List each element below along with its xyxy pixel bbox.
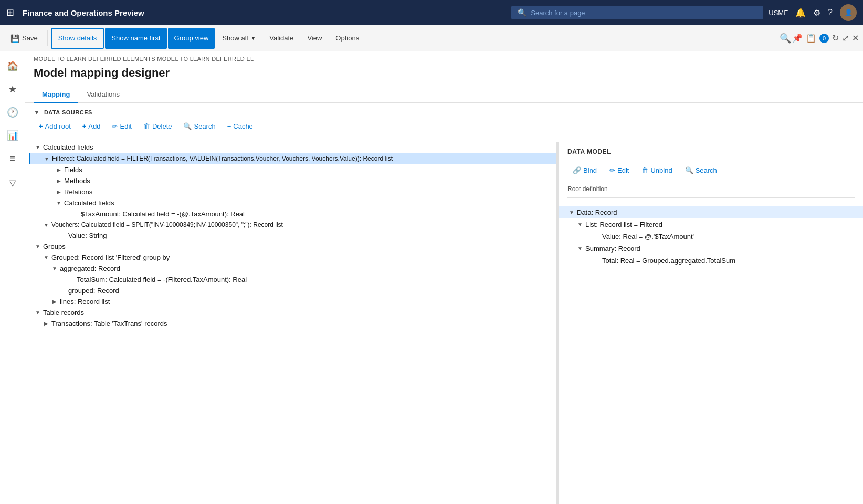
show-all-button[interactable]: Show all ▼	[216, 28, 262, 49]
tree-and-panel: ▼ Calculated fields ▼ Filtered: Calculat…	[25, 142, 863, 504]
dm-toggle-data-record[interactable]: ▼	[567, 209, 576, 215]
dm-label-total: Total: Real = Grouped.aggregated.TotalSu…	[601, 257, 735, 265]
tree-item-calc-fields-nested[interactable]: ▼ Calculated fields	[29, 197, 556, 208]
sidebar-recent-icon[interactable]: 🕐	[2, 102, 23, 123]
save-button[interactable]: 💾 Save	[4, 28, 44, 49]
tab-validations[interactable]: Validations	[78, 86, 128, 103]
validate-button[interactable]: Validate	[263, 28, 300, 49]
toolbar-close-icon[interactable]: ✕	[852, 33, 859, 43]
tree-item-groups[interactable]: ▼ Groups	[29, 241, 556, 252]
cache-button[interactable]: + Cache	[222, 120, 258, 132]
view-button[interactable]: View	[301, 28, 328, 49]
show-name-first-button[interactable]: Show name first	[105, 28, 166, 49]
tree-item-value-string[interactable]: Value: String	[29, 230, 556, 241]
toggle-methods[interactable]: ▶	[55, 178, 63, 184]
data-model-panel: DATA MODEL 🔗 Bind ✏ Edit 🗑 Unbind	[559, 142, 863, 504]
tree-item-table-records[interactable]: ▼ Table records	[29, 307, 556, 318]
toggle-calc-nested[interactable]: ▼	[55, 200, 63, 206]
toggle-aggregated[interactable]: ▼	[50, 266, 59, 271]
user-company: USMF	[769, 9, 788, 17]
sidebar-home-icon[interactable]: 🏠	[2, 56, 23, 77]
ds-collapse-btn[interactable]: ▼	[34, 109, 40, 116]
toggle-table-records[interactable]: ▼	[34, 310, 42, 316]
toggle-relations[interactable]: ▶	[55, 189, 63, 195]
group-view-button[interactable]: Group view	[168, 28, 215, 49]
toggle-lines[interactable]: ▶	[50, 299, 59, 304]
dm-tree-item-total[interactable]: Total: Real = Grouped.aggregated.TotalSu…	[559, 255, 863, 267]
ds-toolbar: + Add root + Add ✏ Edit 🗑 Delete 🔍 S	[34, 120, 855, 132]
topbar: ⊞ Finance and Operations Preview 🔍 Searc…	[0, 0, 863, 25]
options-button[interactable]: Options	[329, 28, 365, 49]
dm-toggle-list[interactable]: ▼	[576, 222, 584, 227]
tree-item-grouped-record[interactable]: grouped: Record	[29, 285, 556, 296]
show-details-button[interactable]: Show details	[51, 28, 104, 49]
dm-edit-button[interactable]: ✏ Edit	[604, 164, 634, 176]
toggle-filtered[interactable]: ▼	[43, 156, 51, 162]
tree-label-fields: Fields	[63, 166, 82, 174]
tree-item-methods[interactable]: ▶ Methods	[29, 175, 556, 186]
unbind-button[interactable]: 🗑 Unbind	[636, 164, 677, 176]
dm-tree-item-data-record[interactable]: ▼ Data: Record	[559, 206, 863, 218]
toolbar-pin-icon[interactable]: 📌	[792, 33, 803, 43]
tree-item-lines[interactable]: ▶ lines: Record list	[29, 296, 556, 307]
tree-item-calculated-fields-root[interactable]: ▼ Calculated fields	[29, 142, 556, 153]
toggle-transactions[interactable]: ▶	[42, 321, 50, 327]
sidebar-workspaces-icon[interactable]: 📊	[2, 125, 23, 146]
tree-item-fields[interactable]: ▶ Fields	[29, 164, 556, 175]
dm-search-button[interactable]: 🔍 Search	[680, 164, 722, 176]
save-icon: 💾	[10, 34, 19, 43]
toolbar-refresh-icon[interactable]: ↻	[832, 33, 839, 43]
sidebar-filter-icon[interactable]: ≡	[2, 148, 23, 169]
toggle-grouped[interactable]: ▼	[42, 255, 50, 260]
tree-item-aggregated[interactable]: ▼ aggregated: Record	[29, 263, 556, 274]
chevron-down-icon: ▼	[250, 35, 256, 41]
delete-button[interactable]: 🗑 Delete	[138, 120, 177, 132]
tree-label-calc-nested: Calculated fields	[63, 199, 114, 207]
dm-tree-item-summary[interactable]: ▼ Summary: Record	[559, 243, 863, 255]
tree-label-calculated-fields-root: Calculated fields	[42, 143, 93, 151]
dm-tree-item-list[interactable]: ▼ List: Record list = Filtered	[559, 218, 863, 230]
tree-item-relations[interactable]: ▶ Relations	[29, 186, 556, 197]
edit-pencil-icon: ✏	[112, 122, 118, 130]
unbind-icon: 🗑	[641, 166, 648, 174]
tree-label-relations: Relations	[63, 188, 92, 196]
tree-label-lines: lines: Record list	[59, 298, 110, 306]
tree-label-table-records: Table records	[42, 309, 84, 317]
notification-icon[interactable]: 🔔	[795, 8, 806, 18]
tree-item-filtered[interactable]: ▼ Filtered: Calculated field = FILTER(Tr…	[29, 153, 556, 164]
search-placeholder: Search for a page	[531, 9, 585, 17]
dm-toggle-summary[interactable]: ▼	[576, 246, 584, 251]
dm-tree-item-value-real[interactable]: Value: Real = @.'$TaxAmount'	[559, 230, 863, 243]
dm-search-icon: 🔍	[685, 166, 693, 174]
toggle-vouchers[interactable]: ▼	[42, 222, 50, 228]
add-button[interactable]: + Add	[77, 120, 106, 132]
tab-mapping[interactable]: Mapping	[34, 86, 78, 103]
avatar[interactable]: 👤	[840, 4, 857, 21]
grid-icon[interactable]: ⊞	[6, 7, 14, 18]
toolbar-search-icon[interactable]: 🔍	[780, 33, 791, 44]
toggle-groups[interactable]: ▼	[34, 244, 42, 249]
toolbar-expand-icon[interactable]: ⤢	[842, 33, 849, 43]
toggle-fields[interactable]: ▶	[55, 167, 63, 173]
sidebar-favorites-icon[interactable]: ★	[2, 79, 23, 100]
sidebar-filter2-icon[interactable]: ▽	[2, 171, 23, 192]
bind-button[interactable]: 🔗 Bind	[567, 164, 602, 176]
global-search[interactable]: 🔍 Search for a page	[511, 6, 763, 19]
toolbar-separator-1	[47, 30, 48, 46]
help-icon[interactable]: ?	[828, 8, 833, 17]
tree-item-transactions[interactable]: ▶ Transactions: Table 'TaxTrans' records	[29, 318, 556, 329]
toolbar-copy-icon[interactable]: 📋	[806, 33, 816, 43]
tree-item-grouped[interactable]: ▼ Grouped: Record list 'Filtered' group …	[29, 252, 556, 263]
toolbar-badge: 0	[819, 34, 829, 43]
search-button[interactable]: 🔍 Search	[178, 120, 220, 132]
edit-button[interactable]: ✏ Edit	[107, 120, 136, 132]
data-model-toolbar: 🔗 Bind ✏ Edit 🗑 Unbind 🔍 Search	[559, 160, 863, 181]
add-root-button[interactable]: + Add root	[34, 120, 76, 132]
toggle-calculated-fields-root[interactable]: ▼	[34, 144, 42, 150]
tree-item-taxamount[interactable]: $TaxAmount: Calculated field = -(@.TaxAm…	[29, 208, 556, 219]
tree-label-filtered: Filtered: Calculated field = FILTER(Tran…	[51, 155, 393, 162]
settings-icon[interactable]: ⚙	[813, 8, 820, 18]
root-definition-label: Root definition	[559, 181, 863, 197]
tree-item-totalsum[interactable]: TotalSum: Calculated field = -(Filtered.…	[29, 274, 556, 285]
tree-item-vouchers[interactable]: ▼ Vouchers: Calculated field = SPLIT("IN…	[29, 219, 556, 230]
